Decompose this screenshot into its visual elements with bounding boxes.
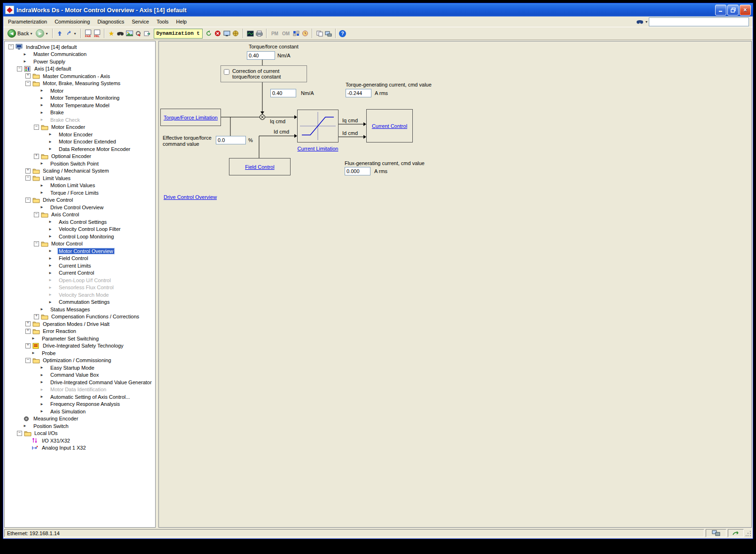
restore-button[interactable] <box>727 5 739 16</box>
tree-item[interactable]: ►Commutation Settings <box>5 299 155 306</box>
tree-item[interactable]: Measuring Encoder <box>5 415 155 423</box>
nav-redo-dropdown-icon[interactable]: ▾ <box>74 32 76 36</box>
find-binoculars-icon[interactable] <box>636 18 644 26</box>
tree-item[interactable]: −Axis [14] default <box>5 65 155 73</box>
field-control-link[interactable]: Field Control <box>245 164 274 170</box>
tree-item[interactable]: ►Velocity Control Loop Filter <box>5 226 155 233</box>
tree-item[interactable]: ►Motor Data Identification <box>5 386 155 394</box>
tree-expand-toggle[interactable]: − <box>25 198 31 203</box>
tree-item[interactable]: ►Axis Simulation <box>5 408 155 415</box>
tree-item[interactable]: ►Current Control <box>5 269 155 277</box>
minimize-button[interactable] <box>715 5 726 16</box>
tree-expand-toggle[interactable]: − <box>17 66 22 71</box>
tree-expand-toggle[interactable]: − <box>25 81 31 86</box>
frl-page-icon[interactable]: FRL <box>93 30 101 38</box>
tree-item[interactable]: −Drive Control <box>5 197 155 204</box>
parameter-icon[interactable] <box>292 30 300 38</box>
torque-gen-input[interactable] <box>346 89 371 97</box>
copy-icon[interactable] <box>315 30 323 38</box>
dynamization-field[interactable]: Dynamization t <box>154 29 203 39</box>
tree-item[interactable]: −Limit Values <box>5 174 155 182</box>
tree-item[interactable]: +Drive-Integrated Safety Technology <box>5 342 155 350</box>
tree-expand-toggle[interactable]: − <box>34 212 39 217</box>
tree-item[interactable]: ►Motor <box>5 87 155 95</box>
access-settings-icon[interactable] <box>134 30 142 38</box>
tree-item[interactable]: ►Position Switch Point <box>5 160 155 167</box>
tree-item[interactable]: ►Status Messages <box>5 306 155 313</box>
tree-expand-toggle[interactable]: + <box>25 321 31 326</box>
tree-expand-toggle[interactable]: − <box>8 44 14 49</box>
find-input[interactable] <box>649 17 749 26</box>
tree-item[interactable]: ►Current Limits <box>5 262 155 269</box>
tree-item[interactable]: −Motor Control <box>5 240 155 248</box>
current-limitation-link[interactable]: Current Limitation <box>298 146 339 151</box>
tree-item[interactable]: ►Torque / Force Limits <box>5 189 155 197</box>
oscilloscope-icon[interactable] <box>246 30 254 38</box>
tree-item[interactable]: ►Data Reference Motor Encoder <box>5 145 155 153</box>
tree-item[interactable]: ►Motor Encoder <box>5 131 155 138</box>
nav-redo-button[interactable]: ▾ <box>65 28 78 39</box>
tree-item[interactable]: +Scaling / Mechanical System <box>5 167 155 175</box>
tree-item[interactable]: ►Brake Check <box>5 116 155 124</box>
tree-item[interactable]: −Motor Encoder <box>5 124 155 131</box>
tree-item[interactable]: −Optimization / Commissioning <box>5 357 155 364</box>
tree-item[interactable]: ►Motor Encoder Extended <box>5 138 155 146</box>
menu-help[interactable]: Help <box>173 17 191 26</box>
tree-item[interactable]: ►Brake <box>5 109 155 117</box>
tree-item[interactable]: ►Motor Temperature Monitoring <box>5 95 155 102</box>
tree-item[interactable]: ►Frequency Response Analysis <box>5 401 155 408</box>
help-icon[interactable]: ? <box>339 30 346 37</box>
clock-icon[interactable] <box>301 30 309 38</box>
tree-item[interactable]: ►Parameter Set Switching <box>5 335 155 342</box>
tree-expand-toggle[interactable]: − <box>25 175 31 181</box>
far-page-icon[interactable]: FAR <box>84 30 92 38</box>
tree-expand-toggle[interactable]: + <box>25 329 31 334</box>
tree-item[interactable]: ►Position Switch <box>5 422 155 430</box>
image-icon[interactable] <box>126 30 134 38</box>
menu-commissioning[interactable]: Commissioning <box>51 17 94 26</box>
torque-force-constant-input[interactable] <box>247 51 275 60</box>
tree-item[interactable]: ►Easy Startup Mode <box>5 364 155 372</box>
tree-item[interactable]: ►Motor Control Overview <box>5 247 155 255</box>
network-drive-icon[interactable] <box>324 30 332 38</box>
tree-item[interactable]: ►Probe <box>5 349 155 357</box>
tree-item[interactable]: ►Open-Loop U/f Control <box>5 277 155 284</box>
back-dropdown-icon[interactable]: ▾ <box>30 32 32 36</box>
tree-item[interactable]: +Compensation Functions / Corrections <box>5 313 155 321</box>
tree-expand-toggle[interactable]: − <box>25 358 31 363</box>
tree-item[interactable]: −Local I/Os <box>5 430 155 437</box>
tree-item[interactable]: −Motor, Brake, Measuring Systems <box>5 80 155 87</box>
tree-expand-toggle[interactable]: − <box>17 431 22 436</box>
tree-item[interactable]: I/O X31/X32 <box>5 437 155 444</box>
back-button[interactable]: ◀ Back ▾ <box>6 28 33 39</box>
tree-item[interactable]: ►Control Loop Monitoring <box>5 233 155 240</box>
menu-tools[interactable]: Tools <box>153 17 173 26</box>
tree-item[interactable]: ►Field Control <box>5 255 155 262</box>
nav-up-icon[interactable] <box>56 30 64 38</box>
tree-expand-toggle[interactable]: + <box>25 73 31 79</box>
gear-globe-icon[interactable] <box>232 30 240 38</box>
export-icon[interactable] <box>143 30 151 38</box>
tree-item[interactable]: ►Power Supply <box>5 58 155 65</box>
find-dropdown-icon[interactable]: ▾ <box>646 20 647 24</box>
tree-expand-toggle[interactable]: + <box>34 314 39 319</box>
refresh-icon[interactable] <box>205 30 213 38</box>
drive-control-overview-link[interactable]: Drive Control Overview <box>164 194 217 200</box>
search-binoculars-icon[interactable] <box>117 30 125 38</box>
pm-badge[interactable]: PM <box>270 31 280 36</box>
tree-item[interactable]: ►Drive-Integrated Command Value Generato… <box>5 379 155 386</box>
abort-icon[interactable] <box>214 30 222 38</box>
tree-expand-toggle[interactable]: − <box>34 125 39 130</box>
tree-item[interactable]: ►Motor Temperature Model <box>5 102 155 109</box>
tree-expand-toggle[interactable]: − <box>34 241 39 246</box>
menu-service[interactable]: Service <box>128 17 153 26</box>
tree-expand-toggle[interactable]: + <box>25 168 31 174</box>
favorites-star-icon[interactable]: ★ <box>108 30 116 38</box>
close-button[interactable]: × <box>740 5 751 16</box>
tree-expand-toggle[interactable]: + <box>25 343 31 348</box>
menu-diagnostics[interactable]: Diagnostics <box>94 17 128 26</box>
forward-button[interactable]: ▶ ▾ <box>34 28 49 39</box>
tree-expand-toggle[interactable]: + <box>34 154 39 159</box>
tree-item[interactable]: ►Automatic Setting of Axis Control... <box>5 393 155 401</box>
flux-gen-input[interactable] <box>345 167 370 175</box>
